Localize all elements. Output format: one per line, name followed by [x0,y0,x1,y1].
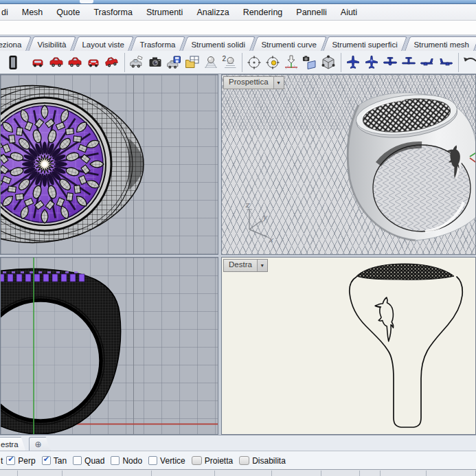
plane-top-view-icon[interactable] [344,53,363,71]
checkbox-proietta[interactable] [192,456,202,465]
viewport-title-right[interactable]: Destra ▾ [223,259,268,272]
tab-label: Visibilità [38,41,67,49]
axis-x-label: x [269,236,274,245]
named-view-camera-icon[interactable] [146,53,165,71]
zoom-target-icon[interactable] [245,53,264,71]
chevron-down-icon[interactable]: ▾ [273,77,284,89]
menu-bar: diMeshQuoteTrasformaStrumentiAnalizzaRen… [0,4,476,21]
toolbar-separator [341,53,341,72]
viewport-toggle-icon[interactable] [4,53,23,71]
menu-mesh[interactable]: Mesh [15,5,50,19]
zoom-extents-all-icon[interactable]: 2 [220,53,239,71]
osnap-vertice[interactable]: Vertice [148,456,185,466]
osnap-truncated-label: t [1,456,3,466]
menu-rendering[interactable]: Rendering [236,5,290,19]
checkbox-perp[interactable] [6,456,15,465]
axis-y-label: y [262,213,268,222]
pan-view-icon[interactable] [128,53,146,71]
toolbar-separator [242,53,242,72]
checkbox-disabilita[interactable] [239,456,249,465]
checkbox-vertice[interactable] [148,456,157,465]
menu-trasforma[interactable]: Trasforma [87,5,139,19]
menu-aiuti[interactable]: Aiuti [334,5,364,19]
tab-label: Strumenti solidi [192,41,246,49]
car-front-view-icon[interactable] [29,53,47,71]
menu-quote[interactable]: Quote [49,5,87,19]
new-viewport-tab[interactable]: ⊕ [29,437,51,451]
viewport-tab-label: estra [1,440,19,449]
viewport-front-view[interactable] [0,257,218,435]
viewport-layout-icon[interactable] [183,53,202,71]
menu-di[interactable]: di [0,5,15,19]
save-named-view-icon[interactable] [165,53,183,71]
ring-front-wireframe [1,258,218,435]
osnap-quad[interactable]: Quad [73,456,104,466]
ring-shaded-render: z y x [222,75,476,255]
tab-layout-viste[interactable]: Layout viste [73,36,134,51]
osnap-proietta[interactable]: Proietta [192,456,233,466]
osnap-label: Quad [84,456,104,466]
checkbox-tan[interactable] [42,456,51,465]
toolbar-tab-bar: ezionaVisibilitàLayout visteTrasformaStr… [0,35,476,51]
axis-z-label: z [245,201,250,209]
viewport-right-view[interactable]: Destra ▾ [221,257,476,435]
corner-isometric-icon[interactable] [319,53,338,71]
car-side-view-icon[interactable] [47,53,66,71]
osnap-tan[interactable]: Tan [42,456,67,466]
tab-strumenti-curve[interactable]: Strumenti curve [252,36,326,51]
viewport-title-text: Destra [224,260,257,271]
viewport-title-text: Prospettica [224,77,273,89]
menu-pannelli[interactable]: Pannelli [289,5,333,19]
osnap-label: Disabilita [252,456,286,466]
tab-trasforma[interactable]: Trasforma [131,36,185,51]
osnap-label: Nodo [122,456,142,466]
viewport-perspective[interactable]: z y x Prospettica ▾ [221,74,476,255]
checkbox-quad[interactable] [73,456,82,465]
car-perspective-view-icon[interactable] [103,53,122,71]
menu-strumenti[interactable]: Strumenti [139,5,190,19]
zoom-selected-icon[interactable] [264,53,282,71]
car-back-view-icon[interactable] [84,53,103,71]
tab-strumenti-superfici[interactable]: Strumenti superfici [324,36,408,51]
osnap-perp[interactable]: Perp [6,456,35,466]
tab-label: Layout viste [82,41,124,49]
tab-strumenti-solidi[interactable]: Strumenti solidi [182,36,255,51]
undo-view-icon[interactable] [462,53,476,71]
status-bar [0,469,476,476]
menu-analizza[interactable]: Analizza [190,5,236,19]
command-line[interactable] [0,21,476,35]
viewport-title-perspective[interactable]: Prospettica ▾ [223,76,284,89]
osnap-label: Perp [18,456,35,466]
set-cplane-icon[interactable] [282,53,301,71]
tab-label: Strumenti curve [261,41,317,49]
tab-eziona[interactable]: eziona [0,36,32,51]
plane-left-view-icon[interactable] [418,53,437,71]
tab-strumenti-mesh[interactable]: Strumenti mesh [405,36,476,51]
osnap-disabilita[interactable]: Disabilita [239,456,286,466]
add-tab-icon: ⊕ [35,440,42,449]
plane-bottom-view-icon[interactable] [363,53,381,71]
osnap-label: Vertice [160,456,185,466]
viewport-area: z y x Prospettica ▾ Destra ▾ [0,74,476,435]
checkbox-nodo[interactable] [111,456,120,465]
ring-top-wireframe [1,75,218,255]
car-side-view-2-icon[interactable] [66,53,84,71]
tab-label: eziona [0,41,22,49]
osnap-nodo[interactable]: Nodo [111,456,142,466]
plane-back-view-icon[interactable] [400,53,418,71]
toolbar-separator [458,53,459,72]
ring-profile-outline [222,258,476,435]
title-bar-notch [80,0,93,3]
toolbar-separator [124,53,125,72]
chevron-down-icon[interactable]: ▾ [257,260,267,271]
plane-front-view-icon[interactable] [381,53,400,71]
osnap-label: Tan [54,456,67,466]
tab-visibilit-[interactable]: Visibilità [28,36,76,51]
camera-location-icon[interactable] [301,53,319,71]
viewport-top-view[interactable] [0,74,218,255]
tab-label: Trasforma [140,41,176,49]
zoom-extents-icon[interactable] [202,53,220,71]
viewport-tab-destra[interactable]: estra [0,437,26,451]
plane-right-view-icon[interactable] [437,53,455,71]
viewport-tab-bar: estra ⊕ [0,435,476,451]
